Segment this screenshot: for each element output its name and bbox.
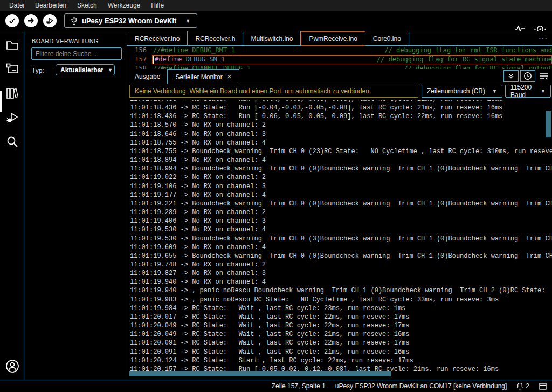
arduino-ide-window: DateiBearbeitenSketchWerkzeugeHilfe bbox=[0, 0, 552, 392]
log-line: 11:01:19.984 -> RC State: Wait , last RC… bbox=[130, 304, 552, 313]
editor-tab[interactable]: PwmReceive.ino bbox=[301, 31, 365, 46]
more-tabs-icon[interactable]: ··· bbox=[539, 33, 548, 42]
account-icon[interactable] bbox=[5, 359, 19, 373]
line-number: 158 bbox=[127, 64, 152, 69]
line-number: 157 bbox=[127, 55, 152, 64]
output-tab-bar: Ausgabe Serieller Monitor ✕ bbox=[127, 69, 552, 84]
menu-item[interactable]: Bearbeiten bbox=[30, 1, 71, 10]
baud-rate-dropdown[interactable]: 115200 Baud ▼ bbox=[505, 85, 551, 98]
collapse-panel-icon[interactable] bbox=[503, 70, 519, 82]
log-line: 11:01:19.609 -> No RX on channel: 4 bbox=[130, 243, 552, 252]
board-selector-label: uPesy ESP32 Wroom DevKit bbox=[82, 17, 176, 25]
toolbar: uPesy ESP32 Wroom DevKit ▼ bbox=[0, 11, 552, 31]
type-filter-dropdown[interactable]: Aktualisierbar ▼ bbox=[56, 64, 115, 75]
log-line: 11:01:19.983 -> , panic noRescu RC State… bbox=[130, 295, 552, 304]
debug-button[interactable] bbox=[43, 14, 57, 27]
status-bar: Zeile 157, Spalte 1 uPesy ESP32 Wroom De… bbox=[0, 380, 552, 392]
log-line: 11:01:20.157 -> RC State: Run [-0.05,0.0… bbox=[130, 365, 552, 371]
cursor-position: Zeile 157, Spalte 1 bbox=[272, 382, 326, 390]
log-line: 11:01:20.091 -> RC State: Wait , last RC… bbox=[130, 348, 552, 356]
serial-monitor-output[interactable]: 11:01:18.436 -> RC State: Run [-0.04,-0.… bbox=[127, 100, 552, 371]
sketchbook-folder-icon[interactable] bbox=[6, 39, 19, 52]
timestamp-toggle-icon[interactable] bbox=[520, 70, 535, 82]
log-line: 11:01:19.289 -> No RX on channel: 2 bbox=[130, 208, 552, 217]
board-search-input[interactable] bbox=[31, 47, 122, 60]
editor-area: RCReceiver.inoRCReceiver.hMultiswitch.in… bbox=[127, 31, 552, 380]
clear-output-icon[interactable] bbox=[537, 70, 551, 82]
log-line: 11:01:18.436 -> RC State: Run [-0.04,-0.… bbox=[130, 100, 552, 104]
editor-tab[interactable]: Multiswitch.ino bbox=[243, 31, 301, 46]
chevron-down-icon: ▼ bbox=[492, 88, 497, 94]
toggle-panel-icon[interactable] bbox=[539, 383, 547, 390]
log-line: 11:01:19.221 -> Boundcheck warning Trim … bbox=[130, 200, 552, 208]
log-line: 11:01:18.994 -> Boundcheck warning Trim … bbox=[130, 164, 552, 173]
log-line: 11:01:18.436 -> RC State: Run [ 0.06, 0.… bbox=[130, 112, 552, 121]
chevron-down-icon: ▼ bbox=[108, 67, 113, 73]
log-line: 11:01:20.124 -> RC State: Start , last R… bbox=[130, 356, 552, 365]
chevron-down-icon: ▼ bbox=[185, 18, 190, 24]
log-line: 11:01:20.017 -> RC State: Wait , last RC… bbox=[130, 313, 552, 321]
log-line: 11:01:18.646 -> No RX on channel: 3 bbox=[130, 130, 552, 139]
editor-tab[interactable]: RCReceiver.ino bbox=[127, 31, 188, 46]
type-filter-label: Typ: bbox=[32, 67, 44, 74]
log-line: 11:01:18.436 -> RC State: Run [-0.04,-0.… bbox=[130, 104, 552, 112]
log-line: 11:01:19.748 -> No RX on channel: 2 bbox=[130, 260, 552, 269]
library-manager-icon[interactable] bbox=[6, 87, 19, 100]
vertical-scrollbar[interactable] bbox=[546, 111, 551, 137]
log-line: 11:01:19.406 -> No RX on channel: 3 bbox=[130, 217, 552, 225]
menu-item[interactable]: Werkzeuge bbox=[103, 1, 145, 10]
editor-tab[interactable]: Core0.ino bbox=[365, 31, 409, 46]
chevron-down-icon: ▼ bbox=[541, 88, 546, 94]
log-line: 11:01:18.894 -> No RX on channel: 4 bbox=[130, 156, 552, 164]
search-icon[interactable] bbox=[6, 135, 19, 148]
activity-sidebar bbox=[0, 31, 24, 380]
code-line-158: 158 //#define CHANNEL_DEBUG 1// debuggin… bbox=[127, 64, 552, 69]
log-line: 11:01:19.530 -> Boundcheck warning Trim … bbox=[130, 235, 552, 243]
log-line: 11:01:20.049 -> RC State: Wait , last RC… bbox=[130, 330, 552, 339]
log-line: 11:01:19.827 -> No RX on channel: 3 bbox=[130, 269, 552, 278]
bell-icon bbox=[516, 382, 523, 390]
log-line: 11:01:19.940 -> No RX on channel: 4 bbox=[130, 278, 552, 286]
log-line: 11:01:20.049 -> RC State: Wait , last RC… bbox=[130, 321, 552, 330]
code-line-157-active: 157 #define DEBUG_SM 1// debugging flag … bbox=[127, 55, 552, 64]
code-line-156: 156 //#define DEBUG_RMT 1// debugging fl… bbox=[127, 46, 552, 55]
code-editor[interactable]: 156 //#define DEBUG_RMT 1// debugging fl… bbox=[127, 46, 552, 69]
log-line: 11:01:18.755 -> No RX on channel: 4 bbox=[130, 139, 552, 147]
menu-item[interactable]: Sketch bbox=[72, 1, 102, 10]
log-line: 11:01:19.177 -> No RX on channel: 4 bbox=[130, 191, 552, 200]
notifications-button[interactable]: 2 bbox=[516, 382, 529, 390]
boards-manager-icon[interactable] bbox=[6, 63, 19, 75]
editor-tab[interactable]: RCReceiver.h bbox=[188, 31, 243, 46]
menu-item[interactable]: Datei bbox=[4, 1, 29, 10]
log-line: 11:01:18.570 -> No RX on channel: 2 bbox=[130, 121, 552, 129]
log-line: 11:01:20.091 -> RC State: Wait , last RC… bbox=[130, 339, 552, 347]
text-cursor bbox=[153, 55, 154, 64]
tab-output[interactable]: Ausgabe bbox=[127, 69, 168, 84]
serial-monitor-controls: Keine Verbindung. Wähle ein Board und ei… bbox=[127, 84, 552, 99]
editor-tab-bar: RCReceiver.inoRCReceiver.hMultiswitch.in… bbox=[127, 31, 552, 46]
log-line: 11:01:18.755 -> Boundcheck warning Trim … bbox=[130, 147, 552, 156]
menu-item[interactable]: Hilfe bbox=[146, 1, 169, 10]
log-line: 11:01:19.022 -> No RX on channel: 2 bbox=[130, 173, 552, 182]
horizontal-scrollbar[interactable] bbox=[129, 371, 391, 376]
log-line: 11:01:19.530 -> No RX on channel: 4 bbox=[130, 225, 552, 234]
board-connection-status[interactable]: uPesy ESP32 Wroom DevKit an COM17 [keine… bbox=[335, 382, 507, 390]
tab-serial-monitor[interactable]: Serieller Monitor ✕ bbox=[168, 69, 239, 84]
verify-button[interactable] bbox=[5, 14, 19, 27]
debug-panel-icon[interactable] bbox=[6, 111, 19, 124]
log-line: 11:01:19.940 -> , panic noRescu Boundche… bbox=[130, 286, 552, 295]
usb-icon bbox=[71, 17, 77, 25]
boards-manager-panel: BOARD-VERWALTUNG Typ: Aktualisierbar ▼ bbox=[24, 31, 127, 380]
menu-bar: DateiBearbeitenSketchWerkzeugeHilfe bbox=[0, 0, 552, 11]
panel-title: BOARD-VERWALTUNG bbox=[32, 38, 99, 44]
line-number: 156 bbox=[127, 46, 152, 55]
upload-button[interactable] bbox=[24, 14, 38, 27]
no-connection-message: Keine Verbindung. Wähle ein Board und ei… bbox=[129, 85, 418, 98]
close-icon[interactable]: ✕ bbox=[227, 73, 232, 80]
board-selector-dropdown[interactable]: uPesy ESP32 Wroom DevKit ▼ bbox=[64, 13, 197, 28]
log-line: 11:01:19.655 -> Boundcheck warning Trim … bbox=[130, 252, 552, 260]
active-item-indicator bbox=[0, 91, 2, 112]
log-line: 11:01:19.106 -> No RX on channel: 3 bbox=[130, 182, 552, 191]
line-ending-dropdown[interactable]: Zeilenumbruch (CR) ▼ bbox=[422, 85, 502, 98]
